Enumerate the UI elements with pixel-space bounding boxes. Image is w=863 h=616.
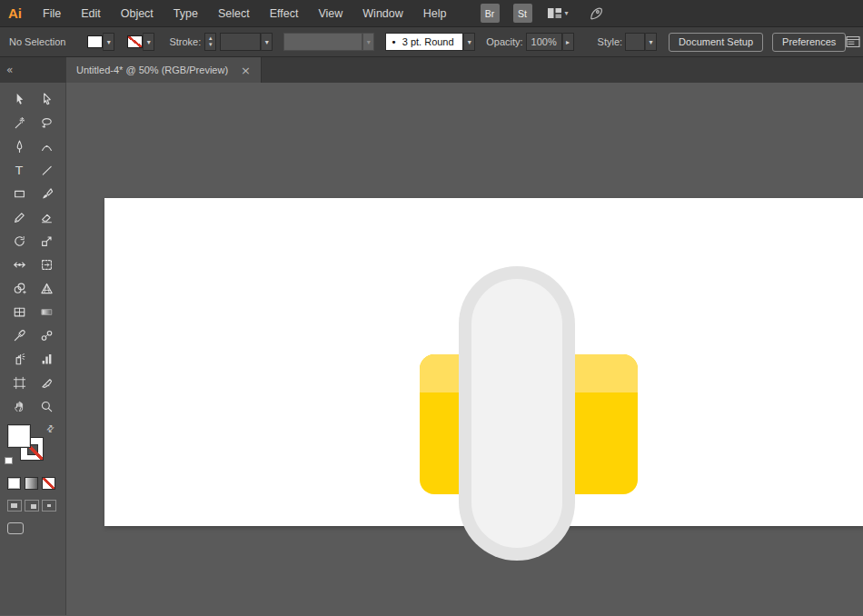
draw-behind-button[interactable]	[25, 500, 39, 512]
panel-options-control[interactable]: ▾	[846, 35, 863, 48]
stroke-label: Stroke:	[169, 36, 201, 47]
menu-help[interactable]: Help	[413, 0, 457, 27]
screen-mode-button[interactable]	[7, 522, 24, 534]
stroke-weight-value	[220, 33, 261, 51]
style-value	[625, 33, 645, 51]
stroke-weight-dropdown[interactable]: ▾	[220, 33, 273, 51]
document-tab-title: Untitled-4* @ 50% (RGB/Preview)	[76, 65, 228, 75]
white-capsule-inner	[471, 279, 562, 548]
toolbar-collapse-button[interactable]: «	[0, 57, 66, 83]
tool-line-segment[interactable]	[33, 159, 60, 181]
menubar: Ai File Edit Object Type Select Effect V…	[0, 0, 863, 27]
variable-width-profile-value	[283, 33, 362, 51]
tool-rotate[interactable]	[5, 230, 33, 252]
workspace-switcher[interactable]: ▾	[547, 7, 569, 19]
chevron-down-icon: ▾	[645, 33, 657, 51]
menu-file[interactable]: File	[33, 0, 71, 27]
tool-mesh[interactable]	[5, 301, 33, 323]
gpu-performance-button[interactable]	[589, 5, 604, 21]
brush-definition-dropdown[interactable]: • 3 pt. Round ▾	[385, 33, 475, 51]
menu-view[interactable]: View	[308, 0, 352, 27]
preferences-button[interactable]: Preferences	[772, 33, 846, 52]
white-capsule-shape[interactable]	[459, 266, 575, 561]
fill-color-dropdown[interactable]: ▾	[87, 33, 114, 51]
tool-slice[interactable]	[33, 372, 60, 393]
tool-shape-builder[interactable]	[5, 277, 33, 299]
tool-symbol-sprayer[interactable]	[5, 348, 33, 370]
tool-eyedropper[interactable]	[5, 324, 33, 346]
tool-lasso[interactable]	[33, 112, 60, 134]
menu-object[interactable]: Object	[111, 0, 164, 27]
control-panel: No Selection ▾ ▾ Stroke: ▴ ▾ ▾ ▾ • 3 pt.…	[0, 27, 863, 57]
tool-artboard[interactable]	[5, 372, 33, 393]
fill-swatch	[87, 35, 103, 48]
tool-eraser[interactable]	[33, 206, 60, 228]
draw-inside-button[interactable]	[42, 500, 56, 512]
tool-rectangle[interactable]	[5, 183, 33, 204]
fill-proxy-swatch[interactable]	[7, 424, 31, 448]
document-tab[interactable]: Untitled-4* @ 50% (RGB/Preview) ×	[66, 57, 262, 83]
tool-scale[interactable]	[33, 230, 60, 252]
canvas-area[interactable]	[66, 83, 863, 615]
brush-preview-dot: •	[391, 36, 397, 48]
stroke-weight-stepper[interactable]: ▴ ▾	[204, 33, 216, 51]
tool-gradient[interactable]	[33, 301, 60, 323]
draw-normal-button[interactable]	[7, 500, 22, 512]
variable-width-profile-dropdown: ▾	[283, 33, 374, 51]
gradient-button[interactable]	[25, 477, 38, 490]
tool-zoom[interactable]	[33, 395, 60, 417]
tab-strip: « Untitled-4* @ 50% (RGB/Preview) ×	[0, 57, 863, 83]
brush-definition-value: 3 pt. Round	[402, 36, 454, 47]
illustrator-logo: Ai	[8, 5, 22, 21]
tool-hand[interactable]	[5, 395, 33, 417]
chevron-down-icon: ▾	[463, 33, 475, 51]
tool-pencil[interactable]	[5, 206, 33, 228]
tool-magic-wand[interactable]	[5, 112, 33, 134]
tool-type[interactable]: T	[5, 159, 33, 181]
style-dropdown[interactable]: ▾	[625, 33, 657, 51]
chevron-down-icon: ▾	[362, 33, 374, 51]
tool-selection[interactable]	[5, 88, 33, 110]
tool-column-graph[interactable]	[33, 348, 60, 370]
tool-paintbrush[interactable]	[33, 183, 60, 204]
opacity-label: Opacity:	[486, 36, 522, 47]
bridge-button[interactable]: Br	[481, 4, 500, 23]
tool-direct-selection[interactable]	[33, 88, 60, 110]
opacity-value: 100%	[526, 33, 562, 51]
opacity-panel-arrow-icon[interactable]: ▸	[562, 33, 574, 51]
menu-type[interactable]: Type	[164, 0, 208, 27]
tool-perspective-grid[interactable]	[33, 277, 60, 299]
gpu-performance-icon	[589, 5, 604, 21]
draw-modes-row	[0, 500, 65, 512]
tool-width[interactable]	[5, 253, 33, 275]
opacity-dropdown[interactable]: 100% ▸	[526, 33, 574, 51]
workspace-switcher-icon	[547, 7, 562, 19]
tool-blend[interactable]	[33, 324, 60, 346]
stock-button[interactable]: St	[513, 4, 532, 23]
collapse-double-chevron-icon: «	[6, 64, 13, 76]
menu-select[interactable]: Select	[208, 0, 260, 27]
tool-curvature[interactable]	[33, 135, 60, 157]
color-button[interactable]	[7, 477, 21, 490]
chevron-down-icon: ▾	[103, 33, 114, 51]
stroke-color-dropdown[interactable]: ▾	[127, 33, 154, 51]
chevron-down-icon: ▾	[565, 9, 569, 17]
swap-fill-stroke-icon[interactable]: ⇄	[44, 422, 56, 435]
none-button[interactable]	[42, 477, 55, 490]
document-setup-button[interactable]: Document Setup	[669, 33, 763, 52]
selection-status: No Selection	[9, 36, 65, 47]
chevron-down-icon: ▾	[261, 33, 273, 51]
style-label: Style:	[598, 36, 623, 47]
tool-free-transform[interactable]	[33, 253, 60, 275]
close-tab-icon[interactable]: ×	[241, 65, 251, 76]
tools-panel: T ⇄	[0, 83, 66, 615]
fill-stroke-proxy: ⇄	[0, 422, 65, 470]
stepper-down-icon[interactable]: ▾	[209, 42, 213, 48]
tool-pen[interactable]	[5, 135, 33, 157]
default-fill-stroke-icon[interactable]	[5, 457, 13, 464]
panel-options-icon	[846, 35, 860, 48]
menu-edit[interactable]: Edit	[71, 0, 111, 27]
menu-window[interactable]: Window	[352, 0, 412, 27]
menu-effect[interactable]: Effect	[260, 0, 309, 27]
chevron-down-icon: ▾	[143, 33, 154, 51]
